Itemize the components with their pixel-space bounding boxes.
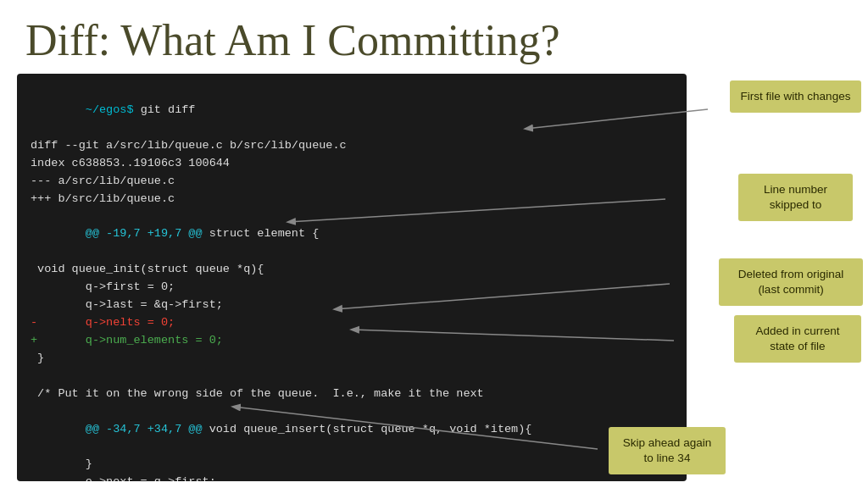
term-line-16: } [31, 456, 673, 474]
term-line-15: @@ -34,7 +34,7 @@ void queue_insert(stru… [31, 403, 673, 457]
callout-skip-ahead: Skip ahead againto line 34 [609, 427, 726, 474]
term-line-4: --- a/src/lib/queue.c [31, 173, 673, 191]
callout-added: Added in currentstate of file [734, 315, 861, 363]
slide: Diff: What Am I Committing? ~/egos$ git … [0, 0, 868, 488]
callout-line-number: Line numberskipped to [738, 174, 853, 221]
term-line-8: q->first = 0; [31, 279, 673, 297]
term-line-11-added: + q->num_elements = 0; [31, 332, 673, 350]
term-line-3: index c638853..19106c3 100644 [31, 155, 673, 173]
callout-deleted: Deleted from original(last commit) [719, 258, 863, 306]
callout-first-file: First file with changes [730, 80, 861, 113]
term-line-6: @@ -19,7 +19,7 @@ struct element { [31, 208, 673, 261]
term-line-1: ~/egos$ git diff [31, 84, 673, 137]
term-line-5: +++ b/src/lib/queue.c [31, 191, 673, 208]
term-line-14: /* Put it on the wrong side of the queue… [31, 385, 673, 403]
term-prompt: ~/egos$ [86, 103, 134, 116]
term-line-7: void queue_init(struct queue *q){ [31, 261, 673, 279]
term-line-9: q->last = &q->first; [31, 297, 673, 314]
terminal: ~/egos$ git diff diff --git a/src/lib/qu… [17, 74, 687, 481]
term-line-12: } [31, 350, 673, 368]
term-line-2: diff --git a/src/lib/queue.c b/src/lib/q… [31, 137, 673, 155]
content-area: ~/egos$ git diff diff --git a/src/lib/qu… [0, 74, 868, 481]
term-line-13 [31, 368, 673, 385]
slide-title: Diff: What Am I Committing? [0, 0, 868, 74]
term-line-17: e->next = q->first; [31, 474, 673, 481]
term-line-10-deleted: - q->nelts = 0; [31, 314, 673, 332]
